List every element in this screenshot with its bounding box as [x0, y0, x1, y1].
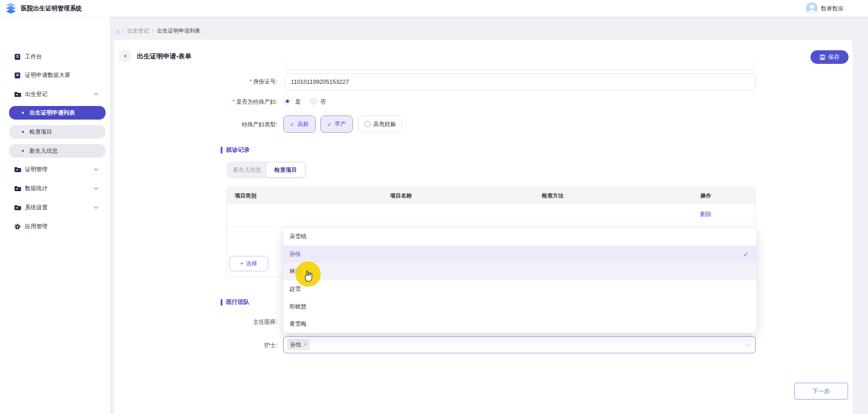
id-number-input[interactable]: [285, 73, 756, 90]
id-number-label: *身份证号:: [181, 78, 277, 86]
breadcrumb: ⌂ / 出生登记 / 出生证明申请列表: [116, 27, 200, 35]
user-avatar[interactable]: [806, 2, 818, 14]
section-title: 医疗团队: [226, 298, 250, 306]
bullet-icon: •: [22, 129, 24, 135]
sidebar-item-label: 工作台: [25, 53, 42, 61]
option-label: 郑晓慧: [289, 303, 307, 311]
gear-icon: [14, 223, 21, 231]
sidebar-item-label: 检查项目: [29, 128, 52, 136]
sidebar-item-newborn-info[interactable]: • 新生儿信息: [9, 144, 106, 158]
clipped-input[interactable]: [285, 62, 756, 70]
dropdown-option[interactable]: 黄雪梅: [283, 315, 757, 333]
sidebar-item-label: 系统设置: [25, 204, 48, 212]
username-label[interactable]: 数睿数据: [821, 5, 844, 13]
sidebar-item-app-management[interactable]: 应用管理: [0, 220, 110, 233]
circle-icon: [364, 121, 371, 127]
sidebar-item-birth-cert-list[interactable]: • 出生证明申请列表: [9, 106, 106, 120]
sidebar-item-label: 出生证明申请列表: [29, 109, 75, 117]
tag-label: 高危妊娠: [373, 120, 396, 128]
sidebar-item-data-statistics[interactable]: 数据统计: [0, 182, 110, 195]
sidebar-item-cert-management[interactable]: 证明管理: [0, 163, 110, 176]
save-button-label: 保存: [828, 53, 839, 61]
special-mother-label: *是否为特殊产妇:: [181, 98, 277, 106]
sidebar-item-label: 应用管理: [25, 223, 48, 231]
tab-newborn-info[interactable]: 新生儿信息: [228, 163, 266, 177]
dropdown-option-selected[interactable]: 孙悦 ✓: [283, 246, 757, 263]
sidebar-item-check-items[interactable]: • 检查项目: [9, 125, 106, 139]
bullet-icon: •: [22, 148, 24, 154]
save-button[interactable]: 保存: [810, 50, 849, 64]
bullet-icon: •: [22, 110, 24, 116]
save-icon: [820, 54, 825, 60]
tag-high-risk[interactable]: 高危妊娠: [358, 116, 402, 133]
home-icon[interactable]: ⌂: [116, 28, 119, 35]
tag-premature[interactable]: ✓ 早产: [320, 116, 353, 133]
row-divider: [227, 227, 755, 227]
app-logo-icon: [5, 2, 17, 14]
special-type-label: 特殊产妇类型:: [181, 121, 277, 129]
radio-yes-label[interactable]: 是: [295, 98, 301, 106]
chevron-up-icon: [94, 93, 98, 96]
col-header-name: 项目名称: [390, 192, 412, 200]
required-mark: *: [250, 78, 252, 85]
nurse-multiselect[interactable]: 孙悦 ×: [283, 336, 756, 353]
col-header-actions: 操作: [700, 192, 711, 200]
radio-yes[interactable]: [284, 98, 291, 105]
record-tabs: 新生儿信息 检查项目: [227, 161, 306, 178]
tab-check-items[interactable]: 检查项目: [266, 163, 305, 177]
dropdown-option-hovered[interactable]: 林雪: [283, 263, 757, 280]
add-row-label: 选择: [246, 260, 257, 268]
breadcrumb-item[interactable]: 出生登记: [127, 27, 149, 35]
required-mark: *: [232, 99, 235, 105]
check-icon: ✓: [743, 251, 748, 258]
radio-no[interactable]: [310, 98, 317, 105]
folder-icon: [14, 166, 21, 173]
folder-icon: [14, 91, 21, 98]
col-header-category: 项目类别: [235, 192, 256, 200]
sidebar-item-system-settings[interactable]: 系统设置: [0, 201, 110, 214]
dropdown-option[interactable]: 吴雪晴: [283, 228, 757, 246]
remove-tag-icon[interactable]: ×: [304, 342, 307, 348]
tag-advanced-age[interactable]: ✓ 高龄: [283, 116, 316, 133]
chief-physician-label: 主任医师:: [181, 318, 277, 326]
sidebar-item-workbench[interactable]: 工作台: [0, 50, 110, 63]
folder-icon: [14, 204, 21, 212]
person-icon: [806, 2, 818, 14]
sidebar-item-birth-registration[interactable]: 出生登记: [0, 87, 110, 101]
add-row-button[interactable]: + 选择: [229, 256, 268, 271]
dropdown-option[interactable]: 郑晓慧: [283, 298, 757, 316]
back-button[interactable]: ‹: [119, 50, 131, 62]
top-header: 医院出生证明管理系统 数睿数据: [0, 0, 868, 17]
cursor-pointer-icon: [303, 270, 314, 284]
table-header-row: 项目类别 项目名称 检查方法 操作: [227, 187, 755, 203]
sidebar-item-label: 证明管理: [25, 166, 48, 173]
breadcrumb-separator: /: [122, 28, 124, 34]
dropdown-option[interactable]: 赵雪: [283, 280, 757, 298]
document-icon: [14, 53, 21, 61]
option-label: 孙悦: [289, 250, 301, 258]
row1-delete-link[interactable]: 删除: [700, 211, 711, 218]
section-bar: [221, 299, 222, 306]
col-header-method: 检查方法: [542, 192, 564, 200]
app-title: 医院出生证明管理系统: [21, 5, 82, 13]
option-label: 黄雪梅: [289, 320, 307, 328]
check-icon: ✓: [290, 121, 294, 128]
sidebar-item-dashboard[interactable]: 证明申请数据大屏: [0, 68, 110, 82]
tag-label: 高龄: [298, 120, 309, 128]
option-label: 赵雪: [289, 285, 301, 293]
document-icon: [14, 72, 21, 79]
visit-record-section: 就诊记录: [221, 146, 250, 154]
sidebar-item-label: 新生儿信息: [29, 147, 58, 155]
chevron-down-icon: [94, 187, 98, 190]
nurse-label: 护士:: [181, 342, 277, 349]
sidebar-item-label: 出生登记: [25, 91, 48, 98]
sidebar-item-label: 证明申请数据大屏: [25, 72, 70, 79]
tag-label: 早产: [335, 120, 346, 128]
selected-nurse-tag: 孙悦 ×: [287, 339, 310, 350]
medical-team-section: 医疗团队: [221, 298, 250, 306]
option-label: 吴雪晴: [289, 233, 307, 241]
chevron-down-icon: [94, 206, 98, 209]
radio-no-label[interactable]: 否: [320, 98, 326, 106]
next-step-button[interactable]: 下一步: [794, 383, 848, 400]
chevron-down-icon: [745, 341, 751, 347]
